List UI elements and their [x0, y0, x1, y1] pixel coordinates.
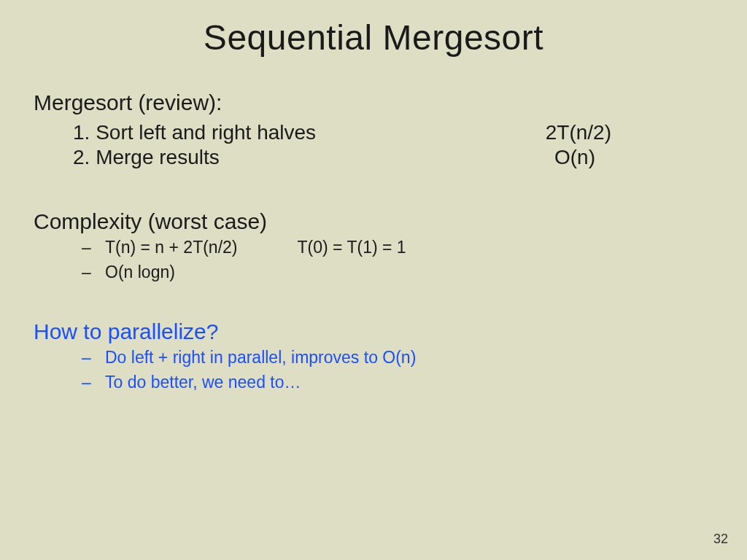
section-heading-complexity: Complexity (worst case)	[34, 209, 713, 235]
dash-icon: –	[82, 238, 105, 258]
list-item-text: To do better, we need to…	[105, 373, 713, 393]
list-item: 1. Sort left and right halves 2T(n/2)	[34, 120, 713, 145]
numbered-list: 1. Sort left and right halves 2T(n/2) 2.…	[34, 120, 713, 169]
section-heading-parallelize: How to parallelize?	[34, 319, 713, 345]
list-item: 2. Merge results O(n)	[34, 145, 713, 170]
dash-icon: –	[82, 373, 105, 393]
slide: Sequential Mergesort Mergesort (review):…	[0, 0, 747, 560]
dash-list: – T(n) = n + 2T(n/2)T(0) = T(1) = 1 – O(…	[34, 238, 713, 282]
list-item-label: 1. Sort left and right halves	[73, 120, 316, 145]
slide-title: Sequential Mergesort	[34, 18, 713, 58]
list-item: – Do left + right in parallel, improves …	[34, 348, 713, 368]
list-item-cost: O(n)	[554, 145, 713, 170]
list-item-cost: 2T(n/2)	[546, 120, 713, 145]
list-item: – O(n logn)	[34, 262, 713, 283]
dash-icon: –	[82, 348, 105, 368]
list-item-text: Do left + right in parallel, improves to…	[105, 348, 713, 368]
list-item: – T(n) = n + 2T(n/2)T(0) = T(1) = 1	[34, 238, 713, 258]
list-item-text: T(n) = n + 2T(n/2)T(0) = T(1) = 1	[105, 238, 713, 258]
section-heading-review: Mergesort (review):	[34, 90, 713, 116]
dash-list: – Do left + right in parallel, improves …	[34, 348, 713, 392]
list-item-label: 2. Merge results	[73, 145, 220, 170]
page-number: 32	[713, 532, 728, 547]
dash-icon: –	[82, 262, 105, 283]
slide-body: Mergesort (review): 1. Sort left and rig…	[34, 90, 713, 393]
list-item-text: O(n logn)	[105, 262, 713, 283]
list-item: – To do better, we need to…	[34, 373, 713, 393]
